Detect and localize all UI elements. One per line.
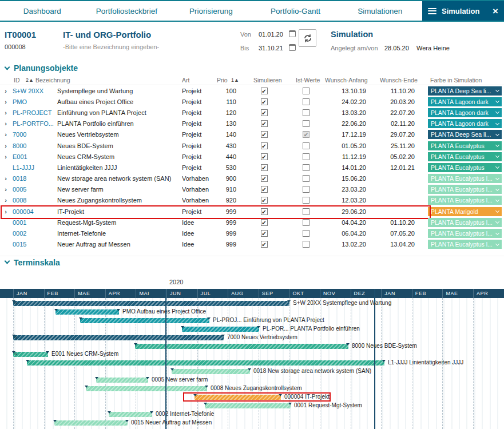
gantt-bar[interactable] [195, 395, 281, 400]
ist-werte-checkbox[interactable] [303, 208, 309, 215]
row-expander-icon[interactable]: › [0, 197, 11, 204]
row-id[interactable]: S+W 20XX [11, 88, 57, 94]
terminskala-section-header[interactable]: Terminskala [0, 256, 504, 268]
simulieren-checkbox[interactable]: ✔ [261, 164, 268, 171]
gantt-bar[interactable] [27, 360, 384, 366]
gantt-bar[interactable] [205, 403, 291, 408]
row-expander-icon[interactable]: › [0, 109, 11, 116]
gantt-bar[interactable] [86, 386, 207, 391]
simulieren-checkbox[interactable]: ✔ [261, 241, 268, 248]
simulieren-checkbox[interactable]: ✔ [261, 142, 268, 149]
table-row[interactable]: ›7000Neues VertriebsystemProjekt140✔✔17.… [0, 129, 504, 140]
row-id[interactable]: 7000 [11, 131, 57, 138]
gantt-bar[interactable] [172, 369, 250, 374]
gantt-bar[interactable]: « [13, 301, 289, 306]
column-header[interactable]: Farbe in Simulation [430, 77, 482, 84]
gantt-bar[interactable]: « [13, 335, 224, 340]
gantt-bar[interactable] [109, 412, 152, 417]
farbe-select[interactable]: PLANTA Eucalyptus l... [428, 185, 502, 194]
table-row[interactable]: ›0008Neues ZugangskontrollsystemVorhaben… [0, 195, 504, 206]
farbe-select[interactable]: PLANTA Eucalyptus l... [428, 174, 502, 183]
ist-werte-checkbox[interactable] [303, 98, 309, 105]
column-header[interactable]: Wunsch-Anfang [325, 77, 368, 84]
recalculate-button[interactable] [299, 29, 316, 47]
ist-werte-checkbox[interactable] [303, 241, 309, 248]
column-header[interactable]: Wunsch-Ende [380, 77, 418, 84]
simulieren-checkbox[interactable]: ✔ [261, 219, 268, 226]
simulieren-checkbox[interactable]: ✔ [261, 197, 268, 204]
ist-werte-checkbox[interactable] [303, 186, 309, 193]
nav-item-dashboard[interactable]: Dashboard [0, 1, 85, 21]
planungsobjekte-section-header[interactable]: Planungsobjekte [0, 62, 504, 74]
row-id[interactable]: 0018 [11, 175, 57, 182]
simulieren-checkbox[interactable]: ✔ [261, 120, 268, 127]
nav-item-simulationen[interactable]: Simulationen [338, 1, 422, 21]
column-header[interactable]: Ist-Werte [296, 77, 320, 84]
farbe-select[interactable]: PLANTA Marigold [428, 207, 502, 216]
row-expander-icon[interactable]: › [0, 120, 11, 127]
ist-werte-checkbox[interactable] [303, 197, 309, 204]
table-row[interactable]: ›PL-PORTFO...PLANTA Portfolio einführenP… [0, 118, 504, 129]
row-id[interactable]: 0001 [11, 219, 57, 226]
table-row[interactable]: ›S+W 20XXSystempflege und WartungProjekt… [0, 85, 504, 96]
row-id[interactable]: 8000 [11, 142, 57, 149]
von-date[interactable]: 01.01.20 [259, 31, 283, 38]
farbe-select[interactable]: PLANTA Lagoon dark [428, 97, 502, 106]
row-id[interactable]: PL-PROJECT [11, 109, 57, 116]
gantt-bar[interactable] [80, 318, 209, 323]
simulieren-checkbox[interactable]: ✔ [261, 109, 268, 116]
calendar-icon[interactable] [289, 44, 296, 51]
row-expander-icon[interactable]: › [0, 175, 11, 182]
ist-werte-checkbox[interactable] [303, 109, 309, 116]
row-id[interactable]: PMO [11, 98, 57, 105]
farbe-select[interactable]: PLANTA Eucalyptus l... [428, 229, 502, 238]
table-row[interactable]: ›PMOAufbau eines Project OfficeProjekt11… [0, 96, 504, 107]
bis-date[interactable]: 31.10.21 [259, 45, 283, 51]
nav-item-portfolio-gantt[interactable]: Portfolio-Gantt [253, 1, 338, 21]
ist-werte-checkbox[interactable] [303, 230, 309, 237]
column-header[interactable]: Bezeichnung [35, 77, 70, 84]
gantt-bar[interactable] [55, 309, 119, 315]
farbe-select[interactable]: PLANTA Eucalyptus l... [428, 196, 502, 205]
ist-werte-checkbox[interactable] [303, 175, 309, 182]
row-id[interactable]: 0005 [11, 186, 57, 193]
farbe-select[interactable]: PLANTA Eucalyptus l... [428, 218, 502, 227]
ist-werte-checkbox[interactable] [303, 219, 309, 226]
gantt-bar[interactable]: « [13, 352, 48, 357]
simulieren-checkbox[interactable]: ✔ [261, 153, 268, 160]
table-row[interactable]: ›E001Neues CRM-SystemProjekt440✔11.12.19… [0, 151, 504, 162]
sort-indicator[interactable]: 2▲ [26, 77, 34, 83]
table-row[interactable]: L1-JJJJLinientätigkeiten JJJJProjekt530✔… [0, 162, 504, 173]
row-id[interactable]: 000004 [11, 208, 57, 215]
simulieren-checkbox[interactable]: ✔ [261, 186, 268, 193]
farbe-select[interactable]: PLANTA Deep Sea li... [428, 130, 502, 139]
row-expander-icon[interactable]: › [0, 131, 11, 138]
column-header[interactable]: Art [182, 77, 189, 84]
farbe-select[interactable]: PLANTA Lagoon dark [428, 108, 502, 117]
calendar-icon[interactable] [289, 30, 296, 37]
row-id[interactable]: 0002 [11, 230, 57, 237]
row-id[interactable]: L1-JJJJ [11, 164, 57, 171]
simulieren-checkbox[interactable]: ✔ [261, 98, 268, 105]
row-expander-icon[interactable]: › [0, 98, 11, 105]
gantt-bar[interactable] [54, 420, 128, 426]
ist-werte-checkbox[interactable] [303, 120, 309, 127]
farbe-select[interactable]: PLANTA Eucalyptus l... [428, 240, 502, 249]
nav-item-priorisierung[interactable]: Priorisierung [169, 1, 253, 21]
table-row[interactable]: ›8000Neues BDE-SystemProjekt430✔01.05.20… [0, 140, 504, 151]
table-row[interactable]: ›PL-PROJECTEinführung von PLANTA Project… [0, 107, 504, 118]
nav-item-portfoliosteckbrief[interactable]: Portfoliosteckbrief [85, 1, 169, 21]
row-expander-icon[interactable]: › [0, 153, 11, 160]
simulieren-checkbox[interactable]: ✔ [261, 88, 268, 94]
gantt-bar[interactable] [96, 378, 148, 383]
portfolio-name-input[interactable]: -Bitte eine Bezeichnung eingeben- [63, 43, 159, 50]
ist-werte-checkbox[interactable] [303, 88, 309, 94]
simulieren-checkbox[interactable]: ✔ [261, 208, 268, 215]
row-id[interactable]: E001 [11, 153, 57, 160]
row-id[interactable]: PL-PORTFO... [11, 120, 57, 127]
row-id[interactable]: 0015 [11, 241, 57, 248]
menu-icon[interactable] [428, 8, 436, 14]
column-header[interactable]: Simulieren [253, 77, 282, 84]
simulieren-checkbox[interactable]: ✔ [261, 131, 268, 138]
simulieren-checkbox[interactable]: ✔ [261, 175, 268, 182]
